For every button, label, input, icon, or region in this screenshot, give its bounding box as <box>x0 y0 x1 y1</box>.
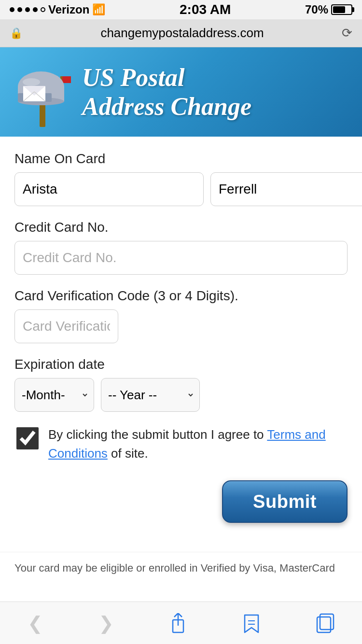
terms-text: By clicking the submit button I agree to… <box>48 425 346 463</box>
back-icon: ❮ <box>28 613 43 634</box>
signal-dot-5 <box>41 7 45 12</box>
terms-pre-text: By clicking the submit button I agree to <box>48 427 264 442</box>
tabs-icon <box>316 613 334 633</box>
cvv-field-group: Card Verification Code (3 or 4 Digits). <box>14 288 348 343</box>
name-input-row <box>14 172 348 206</box>
submit-button[interactable]: Submit <box>222 480 348 523</box>
first-name-input[interactable] <box>14 172 204 206</box>
terms-checkbox-wrap[interactable] <box>16 427 41 451</box>
bookmarks-icon <box>242 613 261 633</box>
signal-dot-3 <box>25 7 30 12</box>
mailbox-image <box>14 57 72 127</box>
bottom-nav: ❮ ❯ <box>0 602 362 644</box>
share-icon <box>169 613 187 633</box>
carrier-name: Verizon <box>48 3 89 16</box>
share-button[interactable] <box>159 608 197 638</box>
carrier-signal: Verizon 📶 <box>10 3 105 16</box>
cvv-input[interactable] <box>14 309 118 343</box>
status-bar: Verizon 📶 2:03 AM 70% <box>0 0 362 19</box>
header-banner: US Postal Address Change <box>0 47 362 137</box>
credit-card-field-group: Credit Card No. <box>14 220 348 275</box>
footer-note: Your card may be eligible or enrolled in… <box>0 552 362 584</box>
signal-dot-4 <box>33 7 38 12</box>
url-text[interactable]: changemypostaladdress.com <box>28 26 336 41</box>
banner-title: US Postal Address Change <box>82 63 251 121</box>
expiry-label: Expiration date <box>14 357 348 372</box>
credit-card-label: Credit Card No. <box>14 220 348 235</box>
bookmarks-button[interactable] <box>233 608 270 638</box>
url-bar[interactable]: 🔒 changemypostaladdress.com ⟳ <box>0 19 362 47</box>
battery-percentage: 70% <box>305 3 328 16</box>
cvv-label: Card Verification Code (3 or 4 Digits). <box>14 288 348 304</box>
month-select[interactable]: -Month- 01 02 03 04 05 06 07 08 09 10 11… <box>14 378 94 412</box>
terms-suffix: of site. <box>111 446 148 461</box>
expiry-field-group: Expiration date -Month- 01 02 03 04 05 0… <box>14 357 348 412</box>
signal-dot-1 <box>10 7 14 12</box>
expiry-select-row: -Month- 01 02 03 04 05 06 07 08 09 10 11… <box>14 378 348 412</box>
year-select[interactable]: -- Year -- 2024 2025 2026 2027 2028 2029… <box>101 378 200 412</box>
terms-checkbox[interactable] <box>16 427 39 449</box>
tabs-button[interactable] <box>306 608 344 638</box>
reload-icon[interactable]: ⟳ <box>342 26 352 41</box>
name-field-group: Name On Card <box>14 151 348 206</box>
terms-row: By clicking the submit button I agree to… <box>14 425 348 463</box>
svg-point-11 <box>23 78 40 86</box>
submit-row: Submit <box>14 480 348 523</box>
signal-dot-2 <box>17 7 22 12</box>
status-time: 2:03 AM <box>180 2 231 17</box>
credit-card-input[interactable] <box>14 241 348 275</box>
name-label: Name On Card <box>14 151 348 167</box>
svg-rect-2 <box>62 76 71 83</box>
wifi-icon: 📶 <box>92 3 105 16</box>
battery-fill <box>333 6 345 13</box>
forward-icon: ❯ <box>98 613 114 634</box>
battery-indicator: 70% <box>305 3 352 16</box>
forward-button[interactable]: ❯ <box>89 608 124 639</box>
form-area: Name On Card Credit Card No. Card Verifi… <box>0 137 362 552</box>
back-button[interactable]: ❮ <box>18 608 53 639</box>
battery-icon <box>331 4 352 15</box>
lock-icon: 🔒 <box>10 27 23 40</box>
last-name-input[interactable] <box>210 172 362 206</box>
